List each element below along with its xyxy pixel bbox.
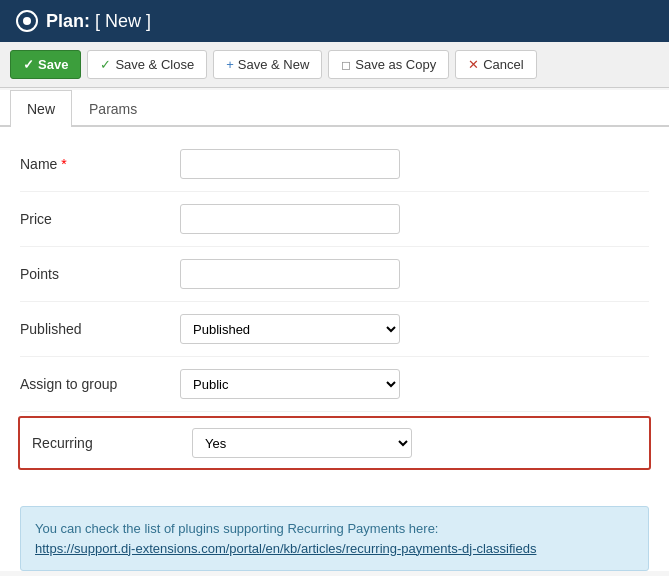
copy-icon: ◻ xyxy=(341,58,351,72)
field-recurring-row: Recurring Yes No xyxy=(18,416,651,470)
save-button[interactable]: ✓ Save xyxy=(10,50,81,79)
field-published-input-wrapper: Published Unpublished xyxy=(180,314,400,344)
info-box-link[interactable]: https://support.dj-extensions.com/portal… xyxy=(35,541,536,556)
tab-new[interactable]: New xyxy=(10,90,72,127)
field-assign-group-row: Assign to group Public Registered Specia… xyxy=(20,357,649,412)
name-input[interactable] xyxy=(180,149,400,179)
check-icon: ✓ xyxy=(23,57,34,72)
field-price-label: Price xyxy=(20,211,180,227)
field-recurring-input-wrapper: Yes No xyxy=(192,428,412,458)
tab-params[interactable]: Params xyxy=(72,90,154,127)
field-recurring-label: Recurring xyxy=(32,435,192,451)
main-content: New Params Name * Price Points xyxy=(0,90,669,571)
assign-group-select[interactable]: Public Registered Special xyxy=(180,369,400,399)
info-box: You can check the list of plugins suppor… xyxy=(20,506,649,571)
field-published-row: Published Published Unpublished xyxy=(20,302,649,357)
field-name-row: Name * xyxy=(20,137,649,192)
info-box-text: You can check the list of plugins suppor… xyxy=(35,521,438,536)
field-name-input-wrapper xyxy=(180,149,400,179)
field-price-input-wrapper xyxy=(180,204,400,234)
field-points-row: Points xyxy=(20,247,649,302)
field-assign-group-input-wrapper: Public Registered Special xyxy=(180,369,400,399)
save-close-button[interactable]: ✓ Save & Close xyxy=(87,50,207,79)
published-select[interactable]: Published Unpublished xyxy=(180,314,400,344)
tab-bar: New Params xyxy=(0,90,669,127)
page-header: Plan: [ New ] xyxy=(0,0,669,42)
points-input[interactable] xyxy=(180,259,400,289)
cancel-button[interactable]: ✕ Cancel xyxy=(455,50,536,79)
page-title: Plan: [ New ] xyxy=(46,11,151,32)
close-icon: ✕ xyxy=(468,57,479,72)
plus-icon: + xyxy=(226,57,234,72)
toolbar: ✓ Save ✓ Save & Close + Save & New ◻ Sav… xyxy=(0,42,669,88)
check-icon-green: ✓ xyxy=(100,57,111,72)
price-input[interactable] xyxy=(180,204,400,234)
field-points-input-wrapper xyxy=(180,259,400,289)
field-published-label: Published xyxy=(20,321,180,337)
field-points-label: Points xyxy=(20,266,180,282)
field-assign-group-label: Assign to group xyxy=(20,376,180,392)
field-name-label: Name * xyxy=(20,156,180,172)
save-copy-button[interactable]: ◻ Save as Copy xyxy=(328,50,449,79)
save-new-button[interactable]: + Save & New xyxy=(213,50,322,79)
target-icon xyxy=(16,10,38,32)
recurring-select[interactable]: Yes No xyxy=(192,428,412,458)
form: Name * Price Points Published Pu xyxy=(0,127,669,494)
field-price-row: Price xyxy=(20,192,649,247)
